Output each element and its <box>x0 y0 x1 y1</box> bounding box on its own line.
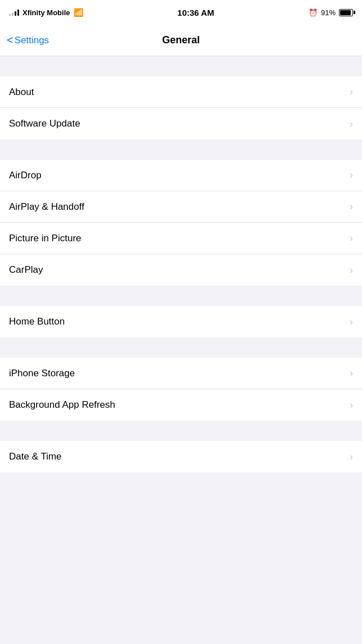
about-right: › <box>350 86 353 98</box>
battery-percent: 91% <box>321 8 336 17</box>
about-chevron-icon: › <box>350 86 353 98</box>
iphone-storage-right: › <box>350 367 353 379</box>
picture-in-picture-chevron-icon: › <box>350 232 353 244</box>
settings-group-5: Date & Time › <box>0 441 362 472</box>
settings-row-airdrop[interactable]: AirDrop › <box>0 160 362 191</box>
back-button[interactable]: < Settings <box>7 34 49 47</box>
airdrop-label: AirDrop <box>9 170 42 181</box>
page-title: General <box>162 34 200 46</box>
settings-row-date-time[interactable]: Date & Time › <box>0 441 362 472</box>
iphone-storage-label: iPhone Storage <box>9 368 75 379</box>
date-time-label: Date & Time <box>9 451 62 462</box>
picture-in-picture-label: Picture in Picture <box>9 233 82 244</box>
status-time: 10:36 AM <box>178 8 214 17</box>
airplay-handoff-label: AirPlay & Handoff <box>9 201 84 213</box>
carplay-right: › <box>350 264 353 276</box>
carplay-label: CarPlay <box>9 264 43 276</box>
airplay-handoff-right: › <box>350 201 353 213</box>
settings-group-4: iPhone Storage › Background App Refresh … <box>0 358 362 421</box>
settings-row-airplay-handoff[interactable]: AirPlay & Handoff › <box>0 191 362 223</box>
settings-group-1: About › Software Update › <box>0 76 362 139</box>
software-update-right: › <box>350 118 353 130</box>
date-time-chevron-icon: › <box>350 451 353 463</box>
status-bar: Xfinity Mobile 📶 10:36 AM ⏰ 91% <box>0 0 362 25</box>
iphone-storage-chevron-icon: › <box>350 367 353 379</box>
settings-group-2: AirDrop › AirPlay & Handoff › Picture in… <box>0 160 362 286</box>
settings-row-iphone-storage[interactable]: iPhone Storage › <box>0 358 362 389</box>
settings-row-home-button[interactable]: Home Button › <box>0 306 362 337</box>
home-button-right: › <box>350 316 353 328</box>
software-update-label: Software Update <box>9 118 80 129</box>
back-chevron-icon: < <box>7 34 13 47</box>
settings-row-background-app-refresh[interactable]: Background App Refresh › <box>0 389 362 421</box>
wifi-icon: 📶 <box>74 8 83 17</box>
background-app-refresh-right: › <box>350 399 353 411</box>
carrier-label: Xfinity Mobile <box>22 8 70 17</box>
section-divider-2 <box>0 286 362 306</box>
status-left: Xfinity Mobile 📶 <box>9 8 83 17</box>
settings-row-picture-in-picture[interactable]: Picture in Picture › <box>0 223 362 254</box>
home-button-chevron-icon: › <box>350 316 353 328</box>
settings-group-3: Home Button › <box>0 306 362 337</box>
section-divider-3 <box>0 337 362 358</box>
home-button-label: Home Button <box>9 316 65 327</box>
section-divider-1 <box>0 139 362 160</box>
settings-row-about[interactable]: About › <box>0 76 362 108</box>
battery-icon <box>339 9 353 16</box>
status-right: ⏰ 91% <box>309 8 353 17</box>
carplay-chevron-icon: › <box>350 264 353 276</box>
airdrop-right: › <box>350 169 353 181</box>
settings-row-carplay[interactable]: CarPlay › <box>0 254 362 286</box>
picture-in-picture-right: › <box>350 232 353 244</box>
section-divider-top <box>0 56 362 76</box>
airplay-handoff-chevron-icon: › <box>350 201 353 213</box>
background-app-refresh-label: Background App Refresh <box>9 399 115 411</box>
about-label: About <box>9 87 34 98</box>
alarm-icon: ⏰ <box>309 8 318 17</box>
background-app-refresh-chevron-icon: › <box>350 399 353 411</box>
back-label: Settings <box>15 35 49 46</box>
signal-bars-icon <box>9 9 19 16</box>
settings-row-software-update[interactable]: Software Update › <box>0 108 362 139</box>
section-divider-4 <box>0 421 362 441</box>
airdrop-chevron-icon: › <box>350 169 353 181</box>
date-time-right: › <box>350 451 353 463</box>
software-update-chevron-icon: › <box>350 118 353 130</box>
nav-bar: < Settings General <box>0 25 362 56</box>
